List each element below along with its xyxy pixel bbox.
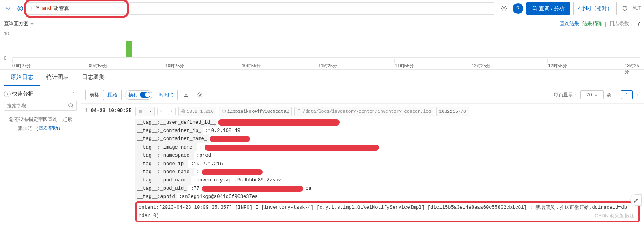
x-axis-labels: 09时27分09时55分10时25分10时55分11时25分11时55分12时2… xyxy=(12,63,640,75)
tag-key: __tag__:_node_ip_ xyxy=(135,160,188,168)
expand-chip[interactable]: ··· xyxy=(135,107,155,116)
topbar-actions: ? 查询 / 分析 4小时（相对） AUT xyxy=(499,2,641,15)
x-axis-label: 11时25分 xyxy=(319,63,395,75)
tag-key: __tag__:_image_name_ xyxy=(135,143,197,151)
time-dropdown-label: 时间 xyxy=(159,91,169,98)
sidebar-collapse-icon[interactable]: ‹ xyxy=(4,91,11,97)
log-timestamp: 04-23 10:09:35 xyxy=(91,107,135,222)
per-page-label: 每页显示： xyxy=(554,91,578,98)
download-icon[interactable] xyxy=(181,89,191,100)
svg-rect-7 xyxy=(222,110,225,112)
prev-context-button[interactable]: ‹ xyxy=(157,108,165,115)
tag-lines: __tag__:__user_defined_id____tag__:_cont… xyxy=(135,119,640,201)
tag-line[interactable]: __tag__:_pod_uid_:77ca xyxy=(135,185,640,193)
pagination: 每页显示： 20 条 ‹ 1 › xyxy=(554,90,640,99)
query-token-star: * xyxy=(36,5,39,12)
search-icon[interactable] xyxy=(68,103,74,108)
collapse-toggle[interactable] xyxy=(3,6,13,11)
sidebar-header: ‹ 快速分析 ⋮ xyxy=(4,90,77,98)
histogram-chart[interactable]: 10 0 09时27分09时55分10时25分10时55分11时25分11时55… xyxy=(4,27,640,68)
per-page-unit: 条 xyxy=(606,91,611,98)
histogram-bar[interactable] xyxy=(126,41,132,57)
tag-line[interactable]: __tag__:_container_ip_:10.2.108.49 xyxy=(135,127,640,135)
tag-key: __tag__:_pod_uid_ xyxy=(135,185,188,193)
settings-icon[interactable] xyxy=(499,3,509,14)
tag-line[interactable]: __tag__:_pod_name_:inventory-api-9c9b5bd… xyxy=(135,176,640,184)
next-context-button[interactable]: › xyxy=(168,108,176,115)
hint-text-1: 您还没有指定字段查询，赶紧 xyxy=(9,117,72,122)
query-token-term: 胡雪真 xyxy=(53,5,69,12)
histogram-title: 查询直方图 xyxy=(4,20,28,27)
histogram-section: 查询直方图 查询结果 结果精确 | 日志条数： 7 10 0 09时27分09时… xyxy=(0,17,644,70)
redacted-value xyxy=(202,169,263,175)
search-btn-label: 查询 / 分析 xyxy=(539,5,565,12)
wrap-toggle-group[interactable]: 换行 xyxy=(125,90,152,100)
query-text: * and 胡雪真 xyxy=(36,5,69,12)
tag-line[interactable]: __tag__:__user_defined_id__ xyxy=(135,119,640,127)
path-chip[interactable]: /data/logs/inventory-center/inventory_ce… xyxy=(294,107,434,116)
log-body: ··· ‹ › 10.2.1.216 iZbp1aikox4jfy50c9cat… xyxy=(135,107,640,222)
view-raw-button[interactable]: 原始 xyxy=(103,90,122,100)
log-content-box: ontent:[2023-04-23 10:09:35.357] [INFO] … xyxy=(135,201,640,223)
x-axis-ticks xyxy=(12,59,640,63)
histogram-title-group[interactable]: 查询直方图 xyxy=(4,20,34,27)
ts-chip[interactable]: 1682215778 xyxy=(436,107,469,116)
wrap-toggle-switch[interactable] xyxy=(140,92,150,98)
tag-line[interactable]: __tag__:_node_name_: xyxy=(135,168,640,176)
redacted-value xyxy=(205,145,379,151)
query-input[interactable]: 1 * and 胡雪真 xyxy=(28,2,494,15)
x-axis-label: 09时27分 xyxy=(12,63,89,75)
results-toolbar: 表格 原始 换行 时间 每页显示： 20 xyxy=(81,86,644,104)
sidebar-empty-hint: 您还没有指定字段查询，赶紧 添加吧 （查看帮助） xyxy=(4,115,77,133)
x-axis-label: 09时55分 xyxy=(89,63,165,75)
view-table-button[interactable]: 表格 xyxy=(86,90,103,100)
tag-line[interactable]: __tag__:_image_name_: xyxy=(135,143,640,151)
tag-suffix: ca xyxy=(304,185,313,193)
per-page-select[interactable]: 20 xyxy=(580,90,604,99)
content-text[interactable]: ontent:[2023-04-23 10:09:35.357] [INFO] … xyxy=(139,205,627,211)
tag-line[interactable]: __tag__:_container_name_ xyxy=(135,135,640,143)
tag-key: __tag__:_container_name_ xyxy=(135,135,209,143)
y-axis-tick: 0 xyxy=(4,55,6,60)
ip-chip[interactable]: 10.2.1.216 xyxy=(178,107,216,116)
main-results: 表格 原始 换行 时间 每页显示： 20 xyxy=(81,86,644,225)
query-result-link[interactable]: 查询结果 xyxy=(560,20,579,27)
page-number[interactable]: 1 xyxy=(621,90,633,99)
table-settings-icon[interactable] xyxy=(195,89,205,100)
query-topbar: 1 * and 胡雪真 ? 查询 / 分析 4小时（相对） AUT xyxy=(0,0,644,17)
tag-line[interactable]: __tag__:appid:am3egq4xgp@a041c6f903e37ea xyxy=(135,193,640,201)
log-count-value: 7 xyxy=(637,21,640,27)
tag-line[interactable]: __tag__:_node_ip_:10.2.1.216 xyxy=(135,160,640,168)
sidebar-more-icon[interactable]: ⋮ xyxy=(71,91,77,97)
globe-icon xyxy=(181,109,185,113)
host-icon xyxy=(222,109,226,113)
float-edit-button[interactable] xyxy=(630,194,642,206)
tag-key: __tag__:_pod_name_ xyxy=(135,176,191,184)
refresh-icon[interactable] xyxy=(620,5,629,11)
x-axis-label: 10时25分 xyxy=(165,63,242,75)
prev-page-button[interactable]: ‹ xyxy=(614,92,618,98)
tag-value: :prod xyxy=(195,151,213,160)
host-value: iZbp1aikox4jfy50c9cat9Z xyxy=(227,108,289,115)
field-search-box[interactable] xyxy=(4,101,77,111)
redacted-value xyxy=(218,119,340,126)
time-column-dropdown[interactable]: 时间 xyxy=(156,90,178,100)
time-range-button[interactable]: 4小时（相对） xyxy=(573,2,617,15)
time-range-label: 4小时（相对） xyxy=(578,5,612,11)
ip-value: 10.2.1.216 xyxy=(187,108,214,115)
histogram-header: 查询直方图 查询结果 结果精确 | 日志条数： 7 xyxy=(4,20,640,27)
x-axis-label: 13时25分 xyxy=(625,63,640,75)
x-axis-label: 11时55分 xyxy=(395,63,472,75)
search-analyze-button[interactable]: 查询 / 分析 xyxy=(526,2,570,15)
tag-line[interactable]: __tag__:_namespace_:prod xyxy=(135,151,640,160)
redacted-value xyxy=(210,136,250,142)
field-search-input[interactable] xyxy=(7,103,68,108)
ts-value: 1682215778 xyxy=(439,108,466,115)
query-scope-icon[interactable] xyxy=(15,5,25,12)
host-chip[interactable]: iZbp1aikox4jfy50c9cat9Z xyxy=(219,107,292,116)
help-link[interactable]: （查看帮助） xyxy=(34,126,63,131)
help-icon[interactable]: ? xyxy=(513,3,523,14)
svg-point-1 xyxy=(19,7,21,9)
next-page-button[interactable]: › xyxy=(635,92,640,98)
view-mode-group: 表格 原始 xyxy=(85,90,122,100)
